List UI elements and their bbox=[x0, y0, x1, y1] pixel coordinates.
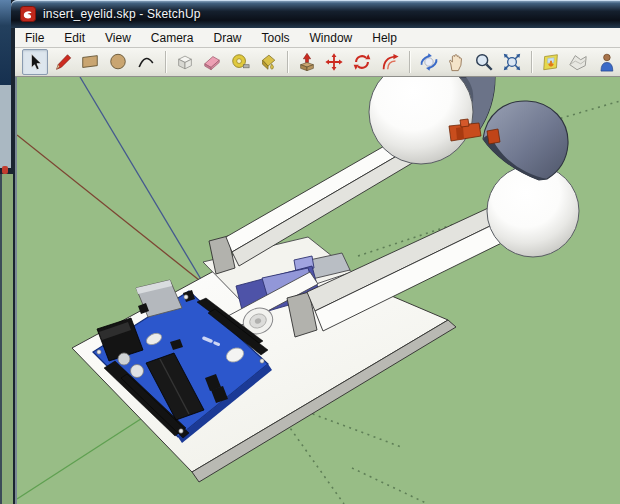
toolbar bbox=[15, 48, 620, 77]
tape-measure-icon bbox=[230, 52, 250, 72]
sketchup-logo-icon bbox=[20, 6, 36, 22]
screen: { "window": { "title": "insert_eyelid.sk… bbox=[0, 0, 620, 504]
select-arrow-icon bbox=[25, 52, 45, 72]
pan-hand-icon bbox=[446, 52, 466, 72]
menu-edit[interactable]: Edit bbox=[54, 29, 95, 47]
sketchup-window: insert_eyelid.skp - SketchUp File Edit V… bbox=[11, 0, 620, 504]
circle-icon bbox=[108, 52, 128, 72]
terrain-icon bbox=[568, 52, 588, 72]
person-icon bbox=[596, 52, 616, 72]
magnifier-icon bbox=[474, 52, 494, 72]
push-pull-icon bbox=[297, 52, 317, 72]
menu-tools[interactable]: Tools bbox=[252, 29, 300, 47]
tape-measure-button[interactable] bbox=[227, 49, 253, 75]
pan-tool-button[interactable] bbox=[443, 49, 469, 75]
background-window-logo bbox=[2, 166, 8, 174]
move-tool-button[interactable] bbox=[321, 49, 347, 75]
eraser-icon bbox=[202, 52, 222, 72]
arc-tool-button[interactable] bbox=[133, 49, 159, 75]
rotate-tool-button[interactable] bbox=[349, 49, 375, 75]
add-location-button[interactable] bbox=[538, 49, 564, 75]
photo-textures-button[interactable] bbox=[593, 49, 619, 75]
menu-bar: File Edit View Camera Draw Tools Window … bbox=[15, 28, 620, 48]
eraser-tool-button[interactable] bbox=[199, 49, 225, 75]
rectangle-icon bbox=[80, 52, 100, 72]
offset-icon bbox=[380, 52, 400, 72]
push-pull-button[interactable] bbox=[294, 49, 320, 75]
offset-tool-button[interactable] bbox=[377, 49, 403, 75]
add-location-icon bbox=[541, 52, 561, 72]
move-arrows-icon bbox=[324, 52, 344, 72]
zoom-tool-button[interactable] bbox=[471, 49, 497, 75]
eyeball-right bbox=[487, 165, 579, 257]
model-scene bbox=[17, 77, 620, 504]
rectangle-tool-button[interactable] bbox=[78, 49, 104, 75]
background-window-toolbar bbox=[0, 85, 11, 168]
select-tool-button[interactable] bbox=[22, 49, 48, 75]
zoom-extents-icon bbox=[502, 52, 522, 72]
background-window-titlebar bbox=[0, 0, 11, 85]
arc-icon bbox=[136, 52, 156, 72]
toolbar-separator bbox=[531, 51, 532, 73]
menu-camera[interactable]: Camera bbox=[141, 29, 204, 47]
paint-bucket-icon bbox=[258, 52, 278, 72]
background-window-sliver bbox=[0, 0, 11, 504]
toolbar-separator bbox=[165, 51, 166, 73]
title-bar[interactable]: insert_eyelid.skp - SketchUp bbox=[11, 0, 620, 28]
paint-bucket-button[interactable] bbox=[255, 49, 281, 75]
toolbar-separator bbox=[409, 51, 410, 73]
line-tool-button[interactable] bbox=[50, 49, 76, 75]
toolbar-separator bbox=[287, 51, 288, 73]
menu-help[interactable]: Help bbox=[362, 29, 407, 47]
toggle-terrain-button[interactable] bbox=[565, 49, 591, 75]
window-title: insert_eyelid.skp - SketchUp bbox=[43, 7, 201, 21]
menu-view[interactable]: View bbox=[95, 29, 141, 47]
viewport-canvas[interactable] bbox=[15, 77, 620, 504]
orbit-tool-button[interactable] bbox=[416, 49, 442, 75]
menu-draw[interactable]: Draw bbox=[204, 29, 252, 47]
pencil-icon bbox=[53, 52, 73, 72]
component-box-icon bbox=[175, 52, 195, 72]
zoom-extents-button[interactable] bbox=[499, 49, 525, 75]
rotate-arrows-icon bbox=[352, 52, 372, 72]
make-component-button[interactable] bbox=[172, 49, 198, 75]
orbit-icon bbox=[419, 52, 439, 72]
menu-file[interactable]: File bbox=[15, 29, 54, 47]
circle-tool-button[interactable] bbox=[105, 49, 131, 75]
menu-window[interactable]: Window bbox=[300, 29, 363, 47]
